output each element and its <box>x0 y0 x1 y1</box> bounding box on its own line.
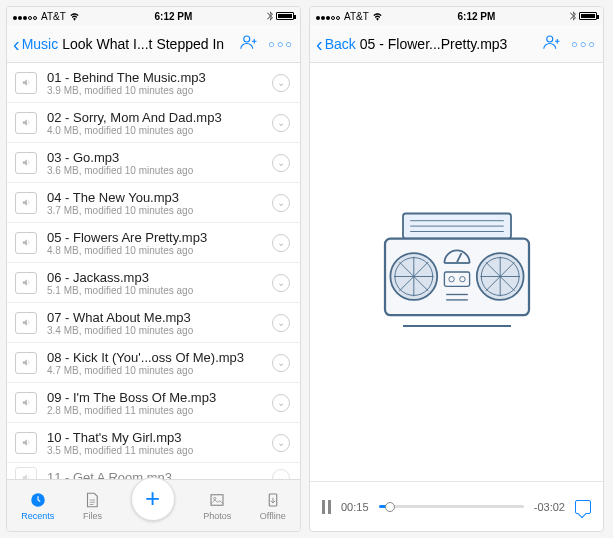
audio-file-icon <box>15 352 37 374</box>
chevron-down-icon[interactable]: ⌄ <box>272 114 290 132</box>
track-text: 08 - Kick It (You'...oss Of Me).mp3 4.7 … <box>47 350 272 376</box>
tab-photos[interactable]: Photos <box>203 491 231 521</box>
track-row[interactable]: 07 - What About Me.mp3 3.4 MB, modified … <box>7 303 300 343</box>
tab-offline[interactable]: Offline <box>260 491 286 521</box>
battery-icon <box>579 12 597 20</box>
add-person-icon[interactable] <box>543 35 561 53</box>
chevron-down-icon[interactable]: ⌄ <box>272 234 290 252</box>
back-button[interactable]: ‹ Music <box>13 34 58 54</box>
track-title: 01 - Behind The Music.mp3 <box>47 70 272 85</box>
status-time: 6:12 PM <box>383 11 570 22</box>
track-text: 07 - What About Me.mp3 3.4 MB, modified … <box>47 310 272 336</box>
tab-files[interactable]: Files <box>83 491 102 521</box>
track-title: 02 - Sorry, Mom And Dad.mp3 <box>47 110 272 125</box>
track-title: 08 - Kick It (You'...oss Of Me).mp3 <box>47 350 272 365</box>
chevron-down-icon[interactable]: ⌄ <box>272 354 290 372</box>
track-sub: 3.6 MB, modified 10 minutes ago <box>47 165 272 176</box>
track-text: 01 - Behind The Music.mp3 3.9 MB, modifi… <box>47 70 272 96</box>
status-right <box>267 11 294 21</box>
progress-thumb[interactable] <box>385 502 395 512</box>
wifi-icon <box>69 12 80 21</box>
chevron-down-icon[interactable]: ⌄ <box>272 74 290 92</box>
bluetooth-icon <box>267 11 273 21</box>
back-label: Music <box>22 36 59 52</box>
track-title: 05 - Flowers Are Pretty.mp3 <box>47 230 272 245</box>
back-button[interactable]: ‹ Back <box>316 34 356 54</box>
pause-button[interactable] <box>322 500 331 514</box>
track-text: 09 - I'm The Boss Of Me.mp3 2.8 MB, modi… <box>47 390 272 416</box>
file-icon <box>83 491 101 509</box>
signal-dots-icon <box>316 11 341 22</box>
track-row[interactable]: 03 - Go.mp3 3.6 MB, modified 10 minutes … <box>7 143 300 183</box>
track-row[interactable]: 01 - Behind The Music.mp3 3.9 MB, modifi… <box>7 63 300 103</box>
track-list[interactable]: 01 - Behind The Music.mp3 3.9 MB, modifi… <box>7 63 300 479</box>
page-title: 05 - Flower...Pretty.mp3 <box>356 36 543 52</box>
back-label: Back <box>325 36 356 52</box>
tab-label: Recents <box>21 511 54 521</box>
track-sub: 2.8 MB, modified 11 minutes ago <box>47 405 272 416</box>
track-sub: 5.1 MB, modified 10 minutes ago <box>47 285 272 296</box>
status-bar: AT&T 6:12 PM <box>310 7 603 25</box>
now-playing-artwork <box>310 63 603 481</box>
tab-bar: Recents Files + Photos Offline <box>7 479 300 531</box>
chevron-down-icon[interactable]: ⌄ <box>272 154 290 172</box>
audio-file-icon <box>15 112 37 134</box>
track-sub: 3.5 MB, modified 11 minutes ago <box>47 445 272 456</box>
track-text: 06 - Jackass.mp3 5.1 MB, modified 10 min… <box>47 270 272 296</box>
svg-point-3 <box>214 497 216 499</box>
audio-file-icon <box>15 312 37 334</box>
track-title: 04 - The New You.mp3 <box>47 190 272 205</box>
tab-recents[interactable]: Recents <box>21 491 54 521</box>
status-bar: AT&T 6:12 PM <box>7 7 300 25</box>
track-title: 06 - Jackass.mp3 <box>47 270 272 285</box>
nav-bar: ‹ Music Look What I...t Stepped In ○○○ <box>7 25 300 63</box>
track-row[interactable]: 06 - Jackass.mp3 5.1 MB, modified 10 min… <box>7 263 300 303</box>
audio-file-icon <box>15 152 37 174</box>
track-text: 10 - That's My Girl.mp3 3.5 MB, modified… <box>47 430 272 456</box>
audio-file-icon <box>15 272 37 294</box>
chevron-down-icon[interactable]: ⌄ <box>272 274 290 292</box>
phone-right: AT&T 6:12 PM ‹ Back 05 - Flower...Pretty… <box>309 6 604 532</box>
time-elapsed: 00:15 <box>341 501 369 513</box>
track-title: 07 - What About Me.mp3 <box>47 310 272 325</box>
chevron-down-icon[interactable]: ⌄ <box>272 194 290 212</box>
add-person-icon[interactable] <box>240 35 258 53</box>
more-options-icon[interactable]: ○○○ <box>571 38 597 50</box>
boombox-icon <box>367 202 547 342</box>
tab-label: Photos <box>203 511 231 521</box>
nav-actions: ○○○ <box>240 35 294 53</box>
status-left: AT&T <box>13 11 80 22</box>
track-row[interactable]: 08 - Kick It (You'...oss Of Me).mp3 4.7 … <box>7 343 300 383</box>
bluetooth-icon <box>570 11 576 21</box>
chevron-left-icon: ‹ <box>13 34 20 54</box>
track-text: 05 - Flowers Are Pretty.mp3 4.8 MB, modi… <box>47 230 272 256</box>
offline-icon <box>264 491 282 509</box>
track-row[interactable]: 05 - Flowers Are Pretty.mp3 4.8 MB, modi… <box>7 223 300 263</box>
progress-slider[interactable] <box>379 505 524 508</box>
status-right <box>570 11 597 21</box>
comment-button[interactable] <box>575 500 591 514</box>
svg-rect-2 <box>211 494 223 505</box>
track-row[interactable]: 04 - The New You.mp3 3.7 MB, modified 10… <box>7 183 300 223</box>
track-sub: 3.4 MB, modified 10 minutes ago <box>47 325 272 336</box>
clock-icon <box>29 491 47 509</box>
track-sub: 4.8 MB, modified 10 minutes ago <box>47 245 272 256</box>
chevron-down-icon[interactable]: ⌄ <box>272 314 290 332</box>
status-time: 6:12 PM <box>80 11 267 22</box>
svg-point-5 <box>547 36 553 42</box>
track-row[interactable]: 09 - I'm The Boss Of Me.mp3 2.8 MB, modi… <box>7 383 300 423</box>
chevron-down-icon[interactable]: ⌄ <box>272 434 290 452</box>
add-button[interactable]: + <box>131 477 175 521</box>
tab-label: Files <box>83 511 102 521</box>
track-row[interactable]: 02 - Sorry, Mom And Dad.mp3 4.0 MB, modi… <box>7 103 300 143</box>
track-title: 03 - Go.mp3 <box>47 150 272 165</box>
nav-bar: ‹ Back 05 - Flower...Pretty.mp3 ○○○ <box>310 25 603 63</box>
more-options-icon[interactable]: ○○○ <box>268 38 294 50</box>
audio-file-icon <box>15 192 37 214</box>
carrier-label: AT&T <box>344 11 369 22</box>
carrier-label: AT&T <box>41 11 66 22</box>
track-row[interactable]: 10 - That's My Girl.mp3 3.5 MB, modified… <box>7 423 300 463</box>
chevron-down-icon[interactable]: ⌄ <box>272 394 290 412</box>
track-sub: 3.9 MB, modified 10 minutes ago <box>47 85 272 96</box>
chevron-down-icon[interactable]: ⌄ <box>272 469 290 480</box>
